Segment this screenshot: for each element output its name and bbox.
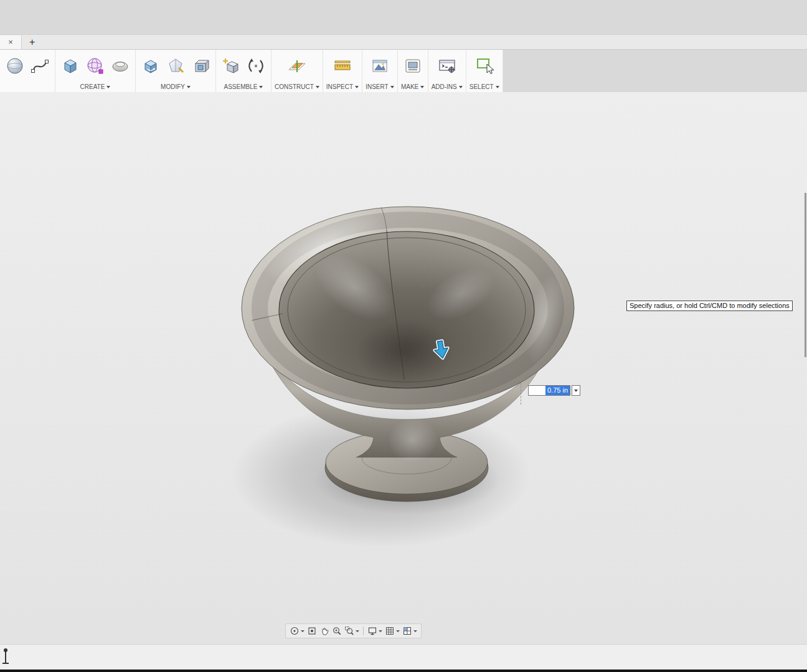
- spline-button[interactable]: [28, 52, 52, 80]
- make-menu-label: MAKE: [401, 83, 418, 90]
- create-menu[interactable]: CREATE: [80, 82, 111, 91]
- dropdown-caret-icon: [106, 86, 110, 88]
- construct-menu-label: CONSTRUCT: [275, 83, 314, 90]
- viewports-icon: [402, 626, 412, 636]
- document-tabbar: × +: [0, 35, 807, 50]
- pan-button[interactable]: [318, 625, 331, 637]
- assemble-menu[interactable]: ASSEMBLE: [224, 82, 263, 91]
- toolbar-group-select: SELECT: [466, 50, 503, 92]
- grid-icon: [385, 626, 395, 636]
- create-torus-button[interactable]: [108, 52, 132, 80]
- select-menu[interactable]: SELECT: [470, 82, 499, 91]
- measure-button[interactable]: [331, 52, 354, 80]
- select-menu-label: SELECT: [470, 83, 494, 90]
- bottom-edge-strip: [0, 670, 807, 672]
- zoom-window-button[interactable]: [343, 625, 361, 637]
- edit-form-button[interactable]: [139, 52, 163, 80]
- create-quadball-button[interactable]: [83, 52, 107, 80]
- dropdown-caret-icon: [355, 86, 359, 88]
- canvas-image-icon: [370, 56, 390, 76]
- dimension-leader-line: [521, 380, 521, 404]
- spline-icon: [30, 56, 50, 76]
- make-menu[interactable]: MAKE: [401, 82, 424, 91]
- toolbar-group-insert: INSERT: [362, 50, 398, 92]
- insert-menu[interactable]: INSERT: [366, 82, 394, 91]
- quadball-icon: [85, 56, 105, 76]
- right-edge-scrollbar[interactable]: [805, 193, 806, 357]
- box-emboss-button[interactable]: [189, 52, 212, 80]
- dropdown-caret-icon: [459, 86, 463, 88]
- toolbar-group-create: CREATE: [55, 50, 136, 92]
- status-tooltip: Specify radius, or hold Ctrl/CMD to modi…: [626, 301, 793, 311]
- radius-value: 0.75 in: [545, 386, 570, 395]
- inspect-menu[interactable]: INSPECT: [326, 82, 359, 91]
- dropdown-caret-icon: [420, 86, 424, 88]
- torus-icon: [110, 56, 130, 76]
- document-tab[interactable]: ×: [0, 35, 22, 49]
- new-component-button[interactable]: [219, 52, 243, 80]
- construction-plane-icon: [287, 56, 307, 76]
- orbit-icon: [290, 626, 300, 636]
- scripts-addins-button[interactable]: [435, 52, 459, 80]
- look-at-icon: [307, 626, 317, 636]
- modify-menu-label: MODIFY: [161, 83, 185, 90]
- grid-display-button[interactable]: [384, 625, 401, 637]
- joint-icon: [246, 56, 266, 76]
- bowl-model[interactable]: [230, 200, 585, 554]
- dropdown-caret-icon: [187, 86, 191, 88]
- canvas-image-button[interactable]: [368, 52, 392, 80]
- dropdown-caret-icon: [259, 86, 263, 88]
- radius-input[interactable]: 0.75 in: [528, 385, 570, 396]
- toolbar-group-construct: CONSTRUCT: [271, 50, 323, 92]
- make-button[interactable]: [401, 52, 425, 80]
- dropdown-caret-icon: [316, 86, 319, 88]
- dropdown-caret-icon: [301, 630, 304, 632]
- model-viewport[interactable]: 0.75 in Specify radius, or hold Ctrl/CMD…: [0, 92, 807, 644]
- dimension-input-group: 0.75 in: [528, 385, 580, 396]
- crease-icon: [166, 56, 186, 76]
- radius-dropdown-button[interactable]: [572, 385, 580, 396]
- toolbar-group-addins: ADD-INS: [428, 50, 466, 92]
- dropdown-caret-icon: [390, 86, 394, 88]
- look-at-button[interactable]: [306, 625, 318, 637]
- dropdown-caret-icon: [379, 630, 382, 632]
- crease-button[interactable]: [164, 52, 187, 80]
- toolbar-group-modify: MODIFY: [136, 50, 216, 92]
- insert-menu-label: INSERT: [366, 83, 389, 90]
- zoom-icon: [332, 626, 342, 636]
- select-tool-icon: [474, 56, 494, 76]
- dropdown-caret-icon: [574, 390, 578, 392]
- modify-menu[interactable]: MODIFY: [161, 82, 191, 91]
- tab-close-button[interactable]: ×: [8, 38, 13, 46]
- navigation-bar: [285, 623, 422, 638]
- edit-form-icon: [141, 56, 161, 76]
- toolbar-group-primitives: [0, 50, 55, 92]
- dropdown-caret-icon: [396, 630, 400, 632]
- zoom-window-icon: [344, 626, 354, 636]
- sphere-primitive-button[interactable]: [3, 52, 27, 80]
- toolbar-group-make: MAKE: [398, 50, 428, 92]
- main-toolbar: CREATE: [0, 50, 807, 93]
- offset-cursor-icon: [430, 338, 453, 363]
- orbit-button[interactable]: [288, 625, 306, 637]
- create-box-button[interactable]: [59, 52, 82, 80]
- select-button[interactable]: [473, 52, 496, 80]
- marker-flag-icon: [1, 646, 11, 665]
- titlebar: [0, 0, 807, 35]
- box-icon: [60, 56, 80, 76]
- display-settings-button[interactable]: [366, 625, 384, 637]
- construction-plane-button[interactable]: [285, 52, 309, 80]
- inspect-menu-label: INSPECT: [326, 83, 353, 90]
- joint-button[interactable]: [244, 52, 268, 80]
- create-menu-label: CREATE: [80, 83, 105, 90]
- construct-menu[interactable]: CONSTRUCT: [275, 82, 319, 91]
- pan-icon: [319, 626, 329, 636]
- viewports-button[interactable]: [401, 625, 418, 637]
- new-tab-button[interactable]: +: [29, 37, 35, 47]
- sphere-icon: [5, 56, 25, 76]
- addins-menu[interactable]: ADD-INS: [432, 82, 463, 91]
- display-settings-icon: [367, 626, 377, 636]
- 3d-print-icon: [403, 56, 423, 76]
- zoom-button[interactable]: [331, 625, 343, 637]
- dropdown-caret-icon: [356, 630, 359, 632]
